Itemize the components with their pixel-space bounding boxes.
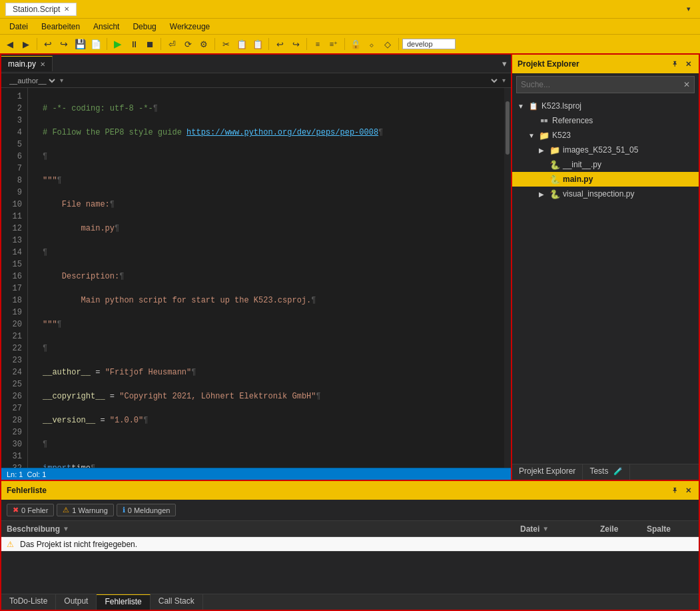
projekt-pin-button[interactable]: 🖈 xyxy=(669,59,680,69)
tree-item-main[interactable]: 🐍 main.py xyxy=(512,172,699,187)
tab-output[interactable]: Output xyxy=(56,594,97,610)
stop-button[interactable]: ⏹ xyxy=(143,37,157,51)
row-warning-icon: ⚠ xyxy=(7,540,16,549)
menu-werkzeuge[interactable]: Werkzeuge xyxy=(163,21,216,33)
fehler-close-button[interactable]: ✕ xyxy=(683,485,693,496)
forward-button[interactable]: ▶ xyxy=(19,37,33,51)
search-input[interactable] xyxy=(521,80,683,89)
tab-projekt-explorer[interactable]: Projekt Explorer xyxy=(512,464,583,480)
menu-ansicht[interactable]: Ansicht xyxy=(87,21,126,33)
menu-debug[interactable]: Debug xyxy=(126,21,163,33)
tab-todo[interactable]: ToDo-Liste xyxy=(1,594,56,610)
tree-arrow-k523: ▼ xyxy=(528,132,536,139)
tree-item-visual[interactable]: ▶ 🐍 visual_inspection.py xyxy=(512,187,699,201)
title-tab[interactable]: Station.Script ✕ xyxy=(5,3,77,16)
title-tab-close[interactable]: ✕ xyxy=(64,5,69,13)
fehler-warning-label: 1 Warnung xyxy=(72,506,107,514)
undo2-button[interactable]: ↩ xyxy=(272,37,287,51)
menu-datei[interactable]: Datei xyxy=(3,21,35,33)
lock-button[interactable]: 🔒 xyxy=(348,37,363,51)
format-button[interactable]: ≡ xyxy=(310,37,325,51)
tab-callstack-label: Call Stack xyxy=(159,596,194,606)
projekt-header-title: Projekt Explorer xyxy=(518,59,579,69)
code-area: 12345 678910 1112131415 1617181920 21222… xyxy=(1,88,511,468)
editor-tab-main[interactable]: main.py ✕ xyxy=(1,56,53,71)
menu-bar: Datei Bearbeiten Ansicht Debug Werkzeuge xyxy=(0,19,700,35)
back-button[interactable]: ◀ xyxy=(3,37,17,51)
branch-selector[interactable]: develop xyxy=(402,39,456,49)
step-into-button[interactable]: ⏎ xyxy=(165,37,179,51)
status-bar: Ln: 1 Col: 1 xyxy=(1,468,511,480)
toolbar-separator-6 xyxy=(306,38,307,50)
projekt-header-controls: 🖈 ✕ xyxy=(669,59,693,69)
save-button[interactable]: 💾 xyxy=(73,37,87,51)
python-main-icon: 🐍 xyxy=(549,174,560,185)
tab-todo-label: ToDo-Liste xyxy=(9,596,47,606)
datei-filter-icon[interactable]: ▼ xyxy=(542,525,549,532)
redo-button[interactable]: ↪ xyxy=(57,37,71,51)
tree-item-lsproj[interactable]: ▼ 📋 K523.lsproj xyxy=(512,99,699,113)
folder-images-icon: 📁 xyxy=(549,145,560,155)
toolbar-separator-3 xyxy=(161,38,161,50)
fehler-buttons: ✖ 0 Fehler ⚠ 1 Warnung ℹ 0 Meldungen xyxy=(1,500,699,521)
window-controls: ▾ xyxy=(683,3,695,15)
code-content[interactable]: # -*- coding: utf-8 -*-¶ # Follow the PE… xyxy=(28,88,504,468)
tree-label-references: References xyxy=(552,116,593,125)
projekt-close-button[interactable]: ✕ xyxy=(683,59,693,69)
editor-breadcrumb: __author__ ▾ ▾ xyxy=(1,73,511,88)
col-beschreibung: Beschreibung xyxy=(7,524,60,534)
pause-button[interactable]: ⏸ xyxy=(127,37,141,51)
diamond2-button[interactable]: ◇ xyxy=(380,37,395,51)
col-zeile: Zeile xyxy=(600,524,618,534)
status-col: Col: 1 xyxy=(27,470,47,478)
python-visual-icon: 🐍 xyxy=(549,189,560,199)
col-spalte: Spalte xyxy=(647,524,671,534)
status-ln: Ln: 1 xyxy=(7,470,23,478)
tab-tests[interactable]: Tests 🧪 xyxy=(583,464,629,480)
format2-button[interactable]: ≡⁺ xyxy=(326,37,341,51)
fehler-messages-button[interactable]: ℹ 0 Meldungen xyxy=(117,504,176,516)
redo2-button[interactable]: ↪ xyxy=(288,37,303,51)
breadcrumb-left-select[interactable]: __author__ xyxy=(7,76,57,85)
breadcrumb-right-select[interactable] xyxy=(486,76,500,85)
tree-label-images: images_K523_51_05 xyxy=(563,145,638,155)
fehler-errors-button[interactable]: ✖ 0 Fehler xyxy=(7,504,54,516)
editor-panel: main.py ✕ ▾ __author__ ▾ ▾ 1 xyxy=(1,55,512,480)
editor-scrollbar[interactable] xyxy=(504,88,511,468)
tree-item-k523[interactable]: ▼ 📁 K523 xyxy=(512,128,699,143)
editor-tab-label: main.py xyxy=(8,59,36,69)
scrollbar-thumb[interactable] xyxy=(506,101,510,155)
title-tab-label: Station.Script xyxy=(13,5,60,14)
col-datei: Datei xyxy=(520,524,539,534)
settings-button[interactable]: ⚙ xyxy=(196,37,211,51)
search-clear-button[interactable]: ✕ xyxy=(683,80,690,89)
run-button[interactable]: ▶ xyxy=(111,37,125,51)
fehler-row-0[interactable]: ⚠ Das Projekt ist nicht freigegeben. xyxy=(1,537,699,552)
beschreibung-filter-icon[interactable]: ▼ xyxy=(63,525,69,532)
refresh-button[interactable]: ⟳ xyxy=(180,37,195,51)
tree-item-references[interactable]: ■■ References xyxy=(512,113,699,128)
new-doc-button[interactable]: 📄 xyxy=(89,37,103,51)
menu-bearbeiten[interactable]: Bearbeiten xyxy=(35,21,87,33)
editor-tab-close[interactable]: ✕ xyxy=(40,61,45,68)
dropdown-icon[interactable]: ▾ xyxy=(683,3,695,15)
toolbar-separator-4 xyxy=(214,38,215,50)
paste-button[interactable]: 📋 xyxy=(250,37,265,51)
undo-button[interactable]: ↩ xyxy=(41,37,55,51)
breadcrumb-arrow2: ▾ xyxy=(502,77,506,84)
line-numbers: 12345 678910 1112131415 1617181920 21222… xyxy=(1,88,28,468)
tab-callstack[interactable]: Call Stack xyxy=(151,594,203,610)
copy-button[interactable]: 📋 xyxy=(234,37,249,51)
fehler-warnings-button[interactable]: ⚠ 1 Warnung xyxy=(57,504,113,516)
fehler-controls: 🖈 ✕ xyxy=(669,485,693,496)
tree-item-images[interactable]: ▶ 📁 images_K523_51_05 xyxy=(512,143,699,157)
cut-button[interactable]: ✂ xyxy=(218,37,233,51)
error-icon: ✖ xyxy=(13,506,19,514)
fehler-pin-button[interactable]: 🖈 xyxy=(669,485,680,496)
tab-fehlerliste[interactable]: Fehlerliste xyxy=(97,594,150,610)
diamond-button[interactable]: ⬦ xyxy=(364,37,379,51)
editor-tab-scroll[interactable]: ▾ xyxy=(498,59,511,69)
title-bar: Station.Script ✕ ▾ xyxy=(0,0,700,19)
tree-item-init[interactable]: 🐍 __init__.py xyxy=(512,157,699,172)
test-icon: 🧪 xyxy=(613,467,623,475)
